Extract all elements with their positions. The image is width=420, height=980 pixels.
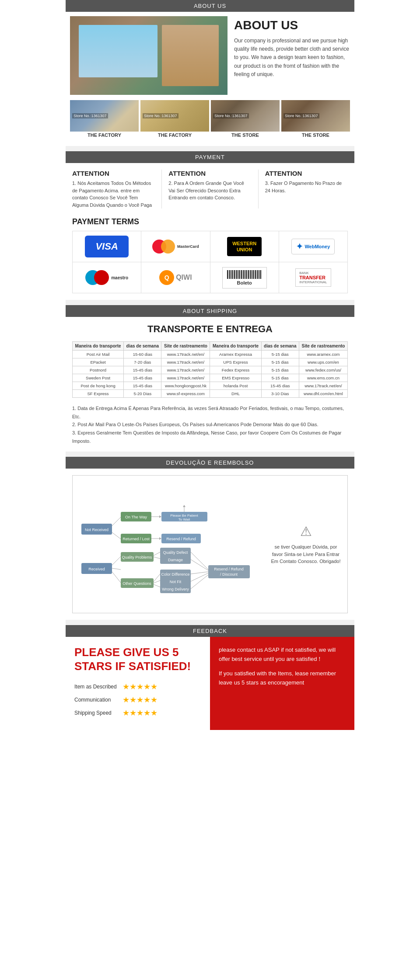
feedback-text-1: please contact us ASAP if not satisfied,… <box>219 646 346 664</box>
store-item-1: Store No.:1361307 THE STORE <box>211 100 280 139</box>
stars-shipping: ★★★★★ <box>122 708 158 718</box>
about-us-title: ABOUT US <box>234 18 350 32</box>
payment-terms-title: PAYMENT TERMS <box>72 217 348 226</box>
stars-communication: ★★★★★ <box>122 695 158 705</box>
payment-section: ATTENTION 1. Nós Aceitamos Todos Os Méto… <box>66 163 354 300</box>
factory-item-2: Store No.:1361307 THE FACTORY <box>140 100 209 139</box>
svg-text:Resend / Refund: Resend / Refund <box>166 537 196 541</box>
svg-text:Not Fit: Not Fit <box>170 580 182 584</box>
svg-marker-18 <box>159 537 161 540</box>
svg-line-28 <box>154 552 160 556</box>
svg-line-4 <box>112 517 121 526</box>
shipping-table: Maneira do transporte dias de semana Sit… <box>72 341 348 398</box>
attention-col-3: ATTENTION 3. Fazer O Pagamento No Prazo … <box>259 170 348 209</box>
svg-line-44 <box>191 560 208 570</box>
warning-icon: ⚠ <box>300 524 312 539</box>
flow-svg: Not Received Received On The Way Returne… <box>79 482 254 605</box>
section-header-payment: PAYMENT <box>66 151 354 163</box>
svg-line-32 <box>154 584 160 587</box>
about-us-description: Our company is professional and we pursu… <box>234 37 350 79</box>
svg-line-5 <box>112 532 121 539</box>
svg-text:Wrong Delivery: Wrong Delivery <box>162 587 189 591</box>
svg-line-29 <box>154 557 160 559</box>
feedback-right: please contact us ASAP if not satisfied,… <box>210 637 354 730</box>
shipping-section: TRANSPORTE E ENTREGA Maneira do transpor… <box>66 317 354 452</box>
section-header-about: ABOUT US <box>66 0 354 12</box>
svg-text:Other Questions: Other Questions <box>122 581 151 586</box>
table-row: Postnord 15-45 dias www.17track.net/en/ … <box>73 366 348 374</box>
devolucao-right-text: se tiver Qualquer Dúvida, por favor Sint… <box>271 543 341 565</box>
store-no-2: Store No.:1361307 <box>143 113 178 118</box>
svg-line-47 <box>191 575 208 589</box>
feedback-text-2: If you satisfied with the Items, lease r… <box>219 669 346 688</box>
stars-described: ★★★★★ <box>122 682 158 692</box>
factory-label-1: THE FACTORY <box>70 132 139 138</box>
store-no-3: Store No.:1361307 <box>213 113 249 118</box>
shipping-notes: 1. Data de Entrega Acima É Apenas Para R… <box>72 404 348 445</box>
payment-mastercard: MasterCard <box>141 231 210 262</box>
svg-line-46 <box>191 573 208 581</box>
rating-label-communication: Communication <box>74 697 122 703</box>
building-image <box>70 16 228 95</box>
payment-qiwi: Q QIWI <box>141 262 210 293</box>
devolucao-section: Not Received Received On The Way Returne… <box>66 469 354 620</box>
shipping-title: TRANSPORTE E ENTREGA <box>72 323 348 335</box>
payment-boleto: Boleto <box>210 262 279 293</box>
svg-line-23 <box>112 572 121 583</box>
table-row: Sweden Post 15-45 dias www.17track.net/e… <box>73 374 348 382</box>
payment-maestro: maestro <box>73 262 141 293</box>
rating-item-described: Item as Described ★★★★★ <box>74 682 201 692</box>
svg-text:Not Received: Not Received <box>85 528 108 532</box>
rating-item-shipping: Shipping Speed ★★★★★ <box>74 708 201 718</box>
svg-line-30 <box>154 574 160 582</box>
svg-text:Returned / Lost: Returned / Lost <box>122 537 150 541</box>
payment-visa: VISA <box>73 231 141 262</box>
about-us-section: ABOUT US Our company is professional and… <box>66 12 354 146</box>
svg-marker-11 <box>159 515 161 518</box>
svg-text:On The Way: On The Way <box>125 515 147 519</box>
factory-label-2: THE FACTORY <box>140 132 209 138</box>
payment-western-union: WESTERNUNION <box>210 231 279 262</box>
svg-text:Please Be Patient: Please Be Patient <box>170 514 198 518</box>
svg-text:To Wait: To Wait <box>178 518 190 521</box>
flow-diagram: Not Received Received On The Way Returne… <box>79 482 266 606</box>
table-row: SF Express 5-20 Dias www.sf-express.com … <box>73 390 348 398</box>
svg-text:Color Difference: Color Difference <box>161 572 190 577</box>
feedback-section: PLEASE GIVE US 5 STARS IF SATISFIED! Ite… <box>66 637 354 730</box>
table-row: EPacket 7-20 dias www.17track.net/en/ UP… <box>73 358 348 366</box>
table-row: Post de hong kong 15-45 dias www.hongkon… <box>73 382 348 390</box>
payment-grid: VISA MasterCard WESTERNUNION ✦ WebMoney <box>72 231 348 293</box>
factory-item-1: Store No.:1361307 THE FACTORY <box>70 100 139 139</box>
svg-line-21 <box>112 556 121 565</box>
feedback-heading: PLEASE GIVE US 5 STARS IF SATISFIED! <box>74 646 201 673</box>
store-no-1: Store No.:1361307 <box>72 113 108 118</box>
svg-marker-16 <box>183 505 186 507</box>
flow-right-panel: ⚠ se tiver Qualquer Dúvida, por favor Si… <box>271 482 341 606</box>
svg-text:Quality Problems: Quality Problems <box>122 555 152 560</box>
attention-col-1: ATTENTION 1. Nós Aceitamos Todos Os Méto… <box>72 170 162 209</box>
store-label-2: THE STORE <box>281 132 350 138</box>
svg-text:Quality Defect: Quality Defect <box>163 550 188 555</box>
store-no-4: Store No.:1361307 <box>284 113 319 118</box>
svg-line-45 <box>191 572 208 574</box>
payment-bank-transfer: BANK TRANSFER INTERNATIONAL <box>279 262 347 293</box>
section-header-devolucao: DEVOLUÇÃO E REEMBOLSO <box>66 457 354 469</box>
rating-label-described: Item as Described <box>74 684 122 690</box>
attention-col-2: ATTENTION 2. Para A Ordem Grande Que Voc… <box>162 170 258 209</box>
svg-text:Received: Received <box>88 567 105 571</box>
store-label-1: THE STORE <box>211 132 280 138</box>
section-header-feedback: FEEDBACK <box>66 625 354 637</box>
payment-webmoney: ✦ WebMoney <box>279 231 347 262</box>
svg-text:Damage: Damage <box>168 558 183 562</box>
feedback-left: PLEASE GIVE US 5 STARS IF SATISFIED! Ite… <box>66 637 210 730</box>
section-header-shipping: ABOUT SHIPPING <box>66 305 354 317</box>
svg-line-43 <box>191 552 208 570</box>
table-row: Post Air Mail 15-60 dias www.17track.net… <box>73 351 348 358</box>
rating-label-shipping: Shipping Speed <box>74 710 122 716</box>
rating-item-communication: Communication ★★★★★ <box>74 695 201 705</box>
svg-text:/ Discount: / Discount <box>220 572 238 577</box>
svg-line-22 <box>112 568 121 570</box>
store-item-2: Store No.:1361307 THE STORE <box>281 100 350 139</box>
svg-text:Resend / Refund: Resend / Refund <box>214 567 244 571</box>
